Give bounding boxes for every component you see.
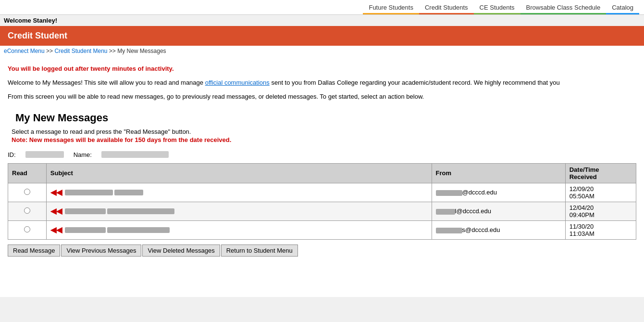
row2-arrow-icon: ◀◀	[50, 206, 62, 216]
row2-subject-redacted1	[65, 208, 106, 214]
row2-from-cell: l@dcccd.edu	[432, 202, 565, 220]
table-row: ◀◀ l@dcccd.edu 12/04/2009:40PM	[8, 202, 636, 220]
row1-from-cell: @dcccd.edu	[432, 183, 565, 202]
breadcrumb-econnect[interactable]: eConnect Menu	[4, 48, 45, 54]
breadcrumb-credit-menu[interactable]: Credit Student Menu	[54, 48, 107, 54]
logout-warning: You will be logged out after twenty minu…	[8, 65, 636, 72]
row1-from-redacted	[436, 190, 462, 196]
breadcrumb: eConnect Menu >> Credit Student Menu >> …	[0, 46, 644, 56]
table-row: ◀◀ @dcccd.edu 12/09/2005:50AM	[8, 183, 636, 202]
row3-radio[interactable]	[24, 226, 30, 232]
view-deleted-button[interactable]: View Deleted Messages	[142, 245, 220, 257]
col-header-from: From	[432, 163, 565, 183]
nav-future-students[interactable]: Future Students	[363, 2, 419, 14]
breadcrumb-current: My New Messages	[117, 48, 166, 54]
credit-header-title: Credit Student	[8, 31, 67, 40]
nav-browsable-schedule[interactable]: Browsable Class Schedule	[520, 2, 607, 14]
breadcrumb-sep1: >>	[46, 48, 53, 54]
row3-subject-redacted1	[65, 227, 106, 233]
row3-from-suffix: s@dcccd.edu	[462, 226, 500, 233]
main-content: You will be logged out after twenty minu…	[0, 56, 644, 297]
nav-credit-students[interactable]: Credit Students	[419, 2, 474, 14]
row1-arrow-icon: ◀◀	[50, 188, 62, 197]
intro-line2: From this screen you will be able to rea…	[8, 92, 636, 102]
row2-subject-redacted2	[107, 208, 174, 214]
section-title: My New Messages	[15, 112, 636, 124]
nav-ce-students[interactable]: CE Students	[474, 2, 520, 14]
name-value	[101, 151, 169, 158]
id-value	[25, 151, 64, 158]
id-row: ID: Name:	[8, 151, 636, 158]
row2-from-redacted	[436, 209, 455, 215]
row1-subject-cell: ◀◀	[46, 183, 432, 202]
row3-subject-redacted2	[107, 227, 170, 233]
row3-from-redacted	[436, 228, 462, 233]
button-bar: Read Message View Previous Messages View…	[8, 245, 636, 257]
row1-radio-cell	[8, 183, 47, 202]
row3-arrow-icon: ◀◀	[50, 225, 62, 234]
nav-catalog[interactable]: Catalog	[606, 2, 639, 14]
col-header-read: Read	[8, 163, 47, 183]
instruction-text: Select a message to read and press the "…	[12, 128, 636, 135]
welcome-text: Welcome Stanley!	[4, 17, 57, 24]
intro-line1: Welcome to My Messages! This site will a…	[8, 78, 636, 88]
row3-radio-cell	[8, 220, 47, 239]
row1-radio[interactable]	[24, 189, 30, 195]
note-text: Note: New messages will be available for…	[12, 136, 636, 143]
col-header-subject: Subject	[46, 163, 432, 183]
row1-subject-redacted1	[65, 190, 113, 195]
col-header-datetime: Date/TimeReceived	[565, 163, 636, 183]
name-label: Name:	[74, 151, 92, 158]
row3-from-cell: s@dcccd.edu	[432, 220, 565, 239]
row2-date-cell: 12/04/2009:40PM	[565, 202, 636, 220]
intro-pre-text: Welcome to My Messages! This site will a…	[8, 79, 205, 86]
row2-radio-cell	[8, 202, 47, 220]
welcome-bar: Welcome Stanley!	[0, 15, 644, 26]
row3-date-cell: 11/30/2011:03AM	[565, 220, 636, 239]
top-navigation: Future Students Credit Students CE Stude…	[0, 0, 644, 15]
read-message-button[interactable]: Read Message	[8, 245, 60, 257]
official-communications-link[interactable]: official communications	[205, 79, 270, 86]
id-label: ID:	[8, 151, 16, 158]
row2-radio[interactable]	[24, 207, 30, 214]
intro-post-text: sent to you from Dallas College regardin…	[270, 79, 560, 86]
credit-header: Credit Student	[0, 26, 644, 46]
breadcrumb-sep2: >>	[109, 48, 116, 54]
row2-from-suffix: l@dcccd.edu	[455, 207, 491, 215]
row1-date-cell: 12/09/2005:50AM	[565, 183, 636, 202]
row1-from-suffix: @dcccd.edu	[462, 189, 497, 196]
row2-subject-cell: ◀◀	[46, 202, 432, 220]
view-previous-button[interactable]: View Previous Messages	[61, 245, 141, 257]
table-row: ◀◀ s@dcccd.edu 11/30/2011:03AM	[8, 220, 636, 239]
messages-table: Read Subject From Date/TimeReceived ◀◀	[8, 163, 636, 240]
row3-subject-cell: ◀◀	[46, 220, 432, 239]
row1-subject-redacted2	[114, 190, 143, 195]
return-menu-button[interactable]: Return to Student Menu	[221, 245, 298, 257]
